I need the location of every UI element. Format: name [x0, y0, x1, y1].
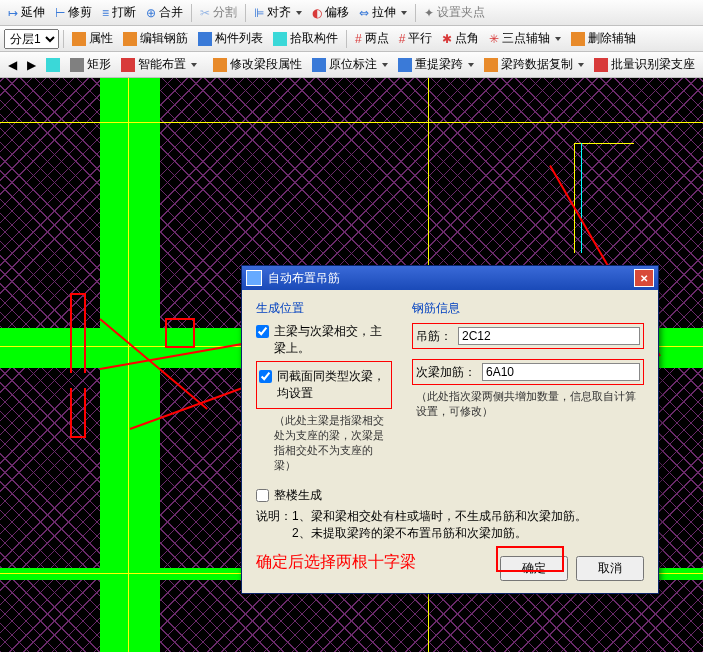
chevron-down-icon [555, 37, 561, 41]
close-button[interactable]: ✕ [634, 269, 654, 287]
picker-icon [273, 32, 287, 46]
batch-icon [594, 58, 608, 72]
grip-button[interactable]: ✦设置夹点 [420, 2, 489, 23]
label: 打断 [112, 4, 136, 21]
chevron-down-icon [191, 63, 197, 67]
break-icon: ≡ [102, 6, 109, 20]
align-icon: ⊫ [254, 6, 264, 20]
dialog-title: 自动布置吊筋 [268, 270, 340, 287]
dialog-content: 生成位置 主梁与次梁相交，主梁上。 同截面同类型次梁，均设置 （此处主梁是指梁相… [242, 290, 658, 548]
separator [346, 30, 347, 48]
chk-main-sub[interactable] [256, 325, 269, 338]
comp-list-button[interactable]: 构件列表 [194, 28, 267, 49]
copy-icon [484, 58, 498, 72]
label: 删除辅轴 [588, 30, 636, 47]
label: 合并 [159, 4, 183, 21]
generate-position-section: 生成位置 主梁与次梁相交，主梁上。 同截面同类型次梁，均设置 （此处主梁是指梁相… [256, 300, 392, 477]
label: 修改梁段属性 [230, 56, 302, 73]
rebar-icon [123, 32, 137, 46]
pick-comp-button[interactable]: 拾取构件 [269, 28, 342, 49]
chevron-down-icon [578, 63, 584, 67]
rebar-edit-button[interactable]: 编辑钢筋 [119, 28, 192, 49]
break-button[interactable]: ≡打断 [98, 2, 140, 23]
suspend-label: 吊筋： [416, 328, 452, 345]
chevron-down-icon [382, 63, 388, 67]
label: 构件列表 [215, 30, 263, 47]
red-annotation-text: 确定后选择两根十字梁 [256, 552, 416, 573]
label: 三点辅轴 [502, 30, 550, 47]
split-icon: ✂ [200, 6, 210, 20]
label: 两点 [365, 30, 389, 47]
grid-icon: # [355, 32, 362, 46]
nav-prev-button[interactable]: ◀ [4, 56, 21, 74]
label: 梁跨数据复制 [501, 56, 573, 73]
refresh-icon [398, 58, 412, 72]
split-button[interactable]: ✂分割 [196, 2, 241, 23]
explain-text: 说明：1、梁和梁相交处有柱或墙时，不生成吊筋和次梁加筋。 2、未提取梁跨的梁不布… [256, 508, 644, 542]
toolbar-1: ↦延伸 ⊢修剪 ≡打断 ⊕合并 ✂分割 ⊫对齐 ◐偏移 ⇔拉伸 ✦设置夹点 [0, 0, 703, 26]
smart-place-button[interactable]: 智能布置 [117, 54, 201, 75]
suspend-input[interactable] [458, 327, 640, 345]
label: 属性 [89, 30, 113, 47]
cyan-line [581, 143, 582, 253]
label: 修剪 [68, 4, 92, 21]
batch-rec-button[interactable]: 批量识别梁支座 [590, 54, 699, 75]
two-pt-button[interactable]: #两点 [351, 28, 393, 49]
yellow-axis [0, 122, 703, 123]
prop-button[interactable]: 属性 [68, 28, 117, 49]
section-title: 钢筋信息 [412, 300, 644, 317]
chevron-down-icon [296, 11, 302, 15]
chk-label: 整楼生成 [274, 487, 322, 504]
merge-icon: ⊕ [146, 6, 156, 20]
label: 分割 [213, 4, 237, 21]
three-pt-axis-button[interactable]: ✳三点辅轴 [485, 28, 565, 49]
label: 矩形 [87, 56, 111, 73]
rebar-info-section: 钢筋信息 吊筋： 次梁加筋： （此处指次梁两侧共增加数量，信息取自计算设置，可修… [412, 300, 644, 477]
trim-button[interactable]: ⊢修剪 [51, 2, 96, 23]
red-highlight [496, 546, 564, 572]
mod-seg-button[interactable]: 修改梁段属性 [209, 54, 306, 75]
chk-whole-building[interactable] [256, 489, 269, 502]
cancel-button[interactable]: 取消 [576, 556, 644, 581]
chevron-down-icon [468, 63, 474, 67]
label: 对齐 [267, 4, 291, 21]
offset-button[interactable]: ◐偏移 [308, 2, 353, 23]
align-button[interactable]: ⊫对齐 [250, 2, 306, 23]
orig-label-button[interactable]: 原位标注 [308, 54, 392, 75]
chk-same-section[interactable] [259, 370, 272, 383]
note-text: （此处主梁是指梁相交处为支座的梁，次梁是指相交处不为支座的梁） [274, 413, 392, 473]
select-icon [46, 58, 60, 72]
layer-select[interactable]: 分层1 [4, 29, 59, 49]
nav-next-button[interactable]: ▶ [23, 56, 40, 74]
toolbar-2: 分层1 属性 编辑钢筋 构件列表 拾取构件 #两点 #平行 ✱点角 ✳三点辅轴 … [0, 26, 703, 52]
edit-icon [213, 58, 227, 72]
nav-sel-button[interactable] [42, 56, 64, 74]
span-copy-button[interactable]: 梁跨数据复制 [480, 54, 588, 75]
cut-icon: ⊢ [55, 6, 65, 20]
dialog-titlebar[interactable]: 自动布置吊筋 ✕ [242, 266, 658, 290]
del-axis-button[interactable]: 删除辅轴 [567, 28, 640, 49]
label: 批量识别梁支座 [611, 56, 695, 73]
reset-span-button[interactable]: 重提梁跨 [394, 54, 478, 75]
grip-icon: ✦ [424, 6, 434, 20]
merge-button[interactable]: ⊕合并 [142, 2, 187, 23]
label: 拾取构件 [290, 30, 338, 47]
label: 编辑钢筋 [140, 30, 188, 47]
stretch-button[interactable]: ⇔拉伸 [355, 2, 411, 23]
rect-button[interactable]: 矩形 [66, 54, 115, 75]
pt-angle-button[interactable]: ✱点角 [438, 28, 483, 49]
separator [191, 4, 192, 22]
add-rebar-input[interactable] [482, 363, 640, 381]
chk-label: 主梁与次梁相交，主梁上。 [274, 323, 392, 357]
section-title: 生成位置 [256, 300, 392, 317]
chevron-down-icon [401, 11, 407, 15]
add-rebar-label: 次梁加筋： [416, 364, 476, 381]
label: 点角 [455, 30, 479, 47]
parallel-button[interactable]: #平行 [395, 28, 437, 49]
extend-button[interactable]: ↦延伸 [4, 2, 49, 23]
rect-icon [70, 58, 84, 72]
label: 智能布置 [138, 56, 186, 73]
axis-icon: ✳ [489, 32, 499, 46]
label: 拉伸 [372, 4, 396, 21]
list-icon [198, 32, 212, 46]
